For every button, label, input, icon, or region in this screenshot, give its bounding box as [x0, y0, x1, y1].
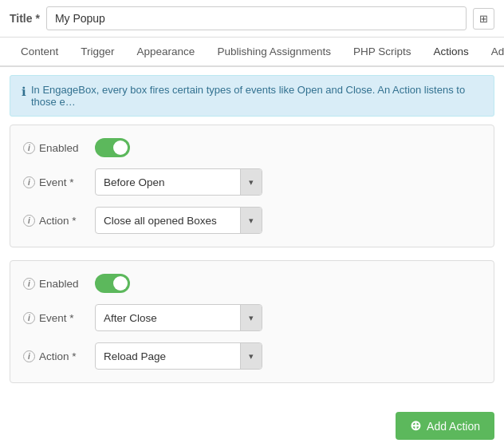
plus-icon: ⊕: [410, 419, 421, 433]
action1-enabled-row: i Enabled: [23, 138, 481, 157]
action1-enabled-value: [95, 138, 481, 157]
action2-enabled-label: Enabled: [39, 278, 79, 290]
tab-php-scripts[interactable]: PHP Scripts: [342, 38, 423, 67]
action1-enabled-toggle[interactable]: [95, 138, 130, 157]
action2-action-select-wrap: Close all opened Boxes Reload Page Redir…: [95, 342, 262, 370]
tab-content[interactable]: Content: [10, 38, 69, 67]
action1-event-label-wrap: i Event *: [23, 176, 95, 188]
action2-enabled-toggle[interactable]: [95, 274, 130, 293]
bottom-bar: ⊕ Add Action: [0, 405, 504, 447]
action1-event-value: Before Open After Open Before Close Afte…: [95, 168, 481, 196]
action1-event-select-wrap: Before Open After Open Before Close Afte…: [95, 168, 262, 196]
action1-action-value: Close all opened Boxes Reload Page Redir…: [95, 207, 481, 234]
action1-action-label-wrap: i Action *: [23, 215, 95, 227]
action1-event-label: Event *: [39, 176, 74, 188]
action2-enabled-value: [95, 274, 481, 293]
action2-event-info-icon[interactable]: i: [23, 312, 35, 324]
action2-action-info-icon[interactable]: i: [23, 350, 35, 362]
action2-event-label: Event *: [39, 312, 74, 324]
action1-action-info-icon[interactable]: i: [23, 215, 35, 227]
tab-trigger[interactable]: Trigger: [69, 38, 125, 67]
action2-event-select[interactable]: Before Open After Open Before Close Afte…: [96, 307, 240, 329]
action2-toggle-slider: [95, 274, 130, 293]
tab-publishing-assignments[interactable]: Publishing Assignments: [206, 38, 342, 67]
action2-enabled-label-wrap: i Enabled: [23, 278, 95, 290]
action1-action-select-wrap: Close all opened Boxes Reload Page Redir…: [95, 207, 262, 234]
title-label: Title *: [10, 12, 40, 25]
action2-event-row: i Event * Before Open After Open Before …: [23, 304, 481, 331]
action1-enabled-info-icon[interactable]: i: [23, 142, 35, 154]
action1-toggle-slider: [95, 138, 130, 157]
action1-action-label: Action *: [39, 215, 77, 227]
title-bar: Title * ⊞: [0, 0, 504, 38]
action1-action-row: i Action * Close all opened Boxes Reload…: [23, 207, 481, 234]
action2-action-label-wrap: i Action *: [23, 350, 95, 362]
tab-appearance[interactable]: Appearance: [126, 38, 207, 67]
action2-event-select-wrap: Before Open After Open Before Close Afte…: [95, 304, 262, 331]
action2-event-label-wrap: i Event *: [23, 312, 95, 324]
actions-content: i Enabled i Event * Before Open Aft: [0, 125, 504, 405]
info-banner-text: In EngageBox, every box fires certain ty…: [31, 84, 482, 108]
action2-enabled-info-icon[interactable]: i: [23, 278, 35, 290]
action1-event-row: i Event * Before Open After Open Before …: [23, 168, 481, 196]
add-action-button[interactable]: ⊕ Add Action: [396, 412, 494, 440]
action1-event-select-arrow[interactable]: ▾: [240, 169, 262, 195]
action-card-2: i Enabled i Event * Before Open Aft: [10, 260, 494, 383]
action2-event-select-arrow[interactable]: ▾: [240, 305, 262, 330]
action2-action-label: Action *: [39, 350, 77, 362]
title-icon-button[interactable]: ⊞: [473, 8, 494, 30]
action2-action-value: Close all opened Boxes Reload Page Redir…: [95, 342, 481, 370]
action-card-1: i Enabled i Event * Before Open Aft: [10, 125, 494, 247]
action2-event-value: Before Open After Open Before Close Afte…: [95, 304, 481, 331]
action1-enabled-label: Enabled: [39, 142, 79, 154]
action2-action-select[interactable]: Close all opened Boxes Reload Page Redir…: [96, 346, 240, 367]
tab-actions[interactable]: Actions: [423, 38, 480, 67]
action1-event-info-icon[interactable]: i: [23, 176, 35, 188]
action1-event-select[interactable]: Before Open After Open Before Close Afte…: [96, 172, 240, 193]
action2-action-row: i Action * Close all opened Boxes Reload…: [23, 342, 481, 370]
tab-advanced[interactable]: Adva…: [480, 38, 504, 67]
tabs-container: Content Trigger Appearance Publishing As…: [0, 38, 504, 67]
action2-enabled-row: i Enabled: [23, 274, 481, 293]
info-icon: ℹ: [22, 85, 26, 99]
action1-action-select[interactable]: Close all opened Boxes Reload Page Redir…: [96, 210, 240, 231]
action1-action-select-arrow[interactable]: ▾: [240, 208, 262, 233]
info-banner: ℹ In EngageBox, every box fires certain …: [10, 75, 494, 117]
title-input[interactable]: [46, 6, 467, 30]
add-action-label: Add Action: [427, 420, 480, 433]
action2-action-select-arrow[interactable]: ▾: [240, 343, 262, 369]
action1-enabled-label-wrap: i Enabled: [23, 142, 95, 154]
